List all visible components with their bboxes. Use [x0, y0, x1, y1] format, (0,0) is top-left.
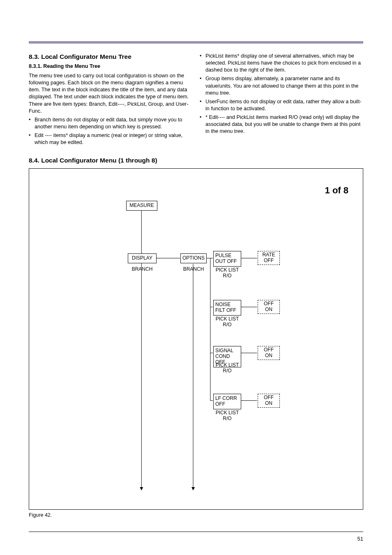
bullet-item: PickList items* display one of several a…: [200, 53, 363, 74]
label-picklist-ro: PICK LIST R/O: [213, 267, 241, 279]
node-pulse: PULSE OUT OFF: [213, 251, 241, 267]
label-picklist-ro: PICK LIST R/O: [213, 410, 241, 422]
dashed-rate-off: RATE OFF: [258, 251, 280, 265]
dashed-off-on: OFF ON: [258, 394, 280, 408]
label-branch: BRANCH: [180, 267, 207, 272]
connector-lines: [29, 169, 363, 509]
footer-rule: [29, 532, 363, 532]
intro-paragraph: The menu tree used to carry out local co…: [29, 72, 192, 115]
menu-tree-diagram: 1 of 8: [29, 168, 363, 510]
header-rule: [29, 41, 363, 44]
node-display: DISPLAY: [128, 253, 157, 263]
page-number: 51: [357, 536, 363, 542]
page-content: 8.3. Local Configurator Menu Tree 8.3.1.…: [29, 41, 363, 518]
right-bullets: PickList items* display one of several a…: [200, 53, 363, 135]
label-picklist-ro: PICK LIST R/O: [213, 316, 241, 328]
section-8-3-1-heading: 8.3.1. Reading the Menu Tree: [29, 63, 192, 70]
intro-columns: 8.3. Local Configurator Menu Tree 8.3.1.…: [29, 53, 363, 148]
bullet-item: Group items display, alternately, a para…: [200, 75, 363, 96]
left-column: 8.3. Local Configurator Menu Tree 8.3.1.…: [29, 53, 192, 148]
bullet-item: Branch items do not display or edit data…: [29, 116, 192, 130]
node-lfcorr: LF CORR OFF: [213, 394, 241, 409]
node-options: OPTIONS: [180, 253, 207, 263]
node-measure: MEASURE: [126, 201, 157, 211]
label-picklist-ro: PICK LIST R/O: [213, 362, 241, 374]
section-8-4-heading: 8.4. Local Configurator Menu (1 through …: [29, 157, 363, 164]
section-8-3-heading: 8.3. Local Configurator Menu Tree: [29, 53, 192, 61]
dashed-off-on: OFF ON: [258, 346, 280, 360]
left-bullets: Branch items do not display or edit data…: [29, 116, 192, 146]
label-branch: BRANCH: [128, 267, 157, 272]
bullet-item: UserFunc items do not display or edit da…: [200, 98, 363, 112]
right-column: PickList items* display one of several a…: [200, 53, 363, 148]
node-noise: NOISE FILT OFF: [213, 300, 241, 316]
figure-caption: Figure 42.: [29, 512, 363, 518]
page-indicator: 1 of 8: [325, 185, 348, 196]
dashed-off-on: OFF ON: [258, 300, 280, 314]
bullet-item: * Edit---- and PickList items marked R/O…: [200, 114, 363, 135]
bullet-item: Edit ---- items* display a numeric (real…: [29, 132, 192, 146]
